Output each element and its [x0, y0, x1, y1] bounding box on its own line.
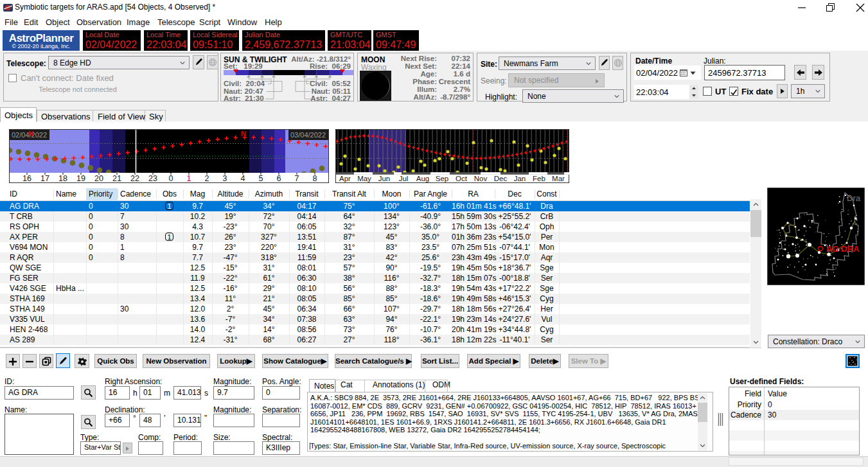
svg-text:03/04/2022: 03/04/2022 [290, 131, 326, 139]
svg-text:18: 18 [58, 174, 67, 183]
svg-text:16: 16 [22, 174, 31, 183]
svg-text:Dec: Dec [494, 175, 508, 182]
svg-text:6: 6 [277, 174, 281, 183]
svg-text:Nov: Nov [474, 175, 488, 182]
svg-text:4: 4 [241, 174, 245, 183]
svg-text:3: 3 [223, 174, 227, 183]
svg-text:Mar: Mar [552, 175, 565, 182]
svg-text:Jun: Jun [378, 175, 391, 182]
svg-text:23: 23 [148, 174, 157, 183]
svg-text:Dra: Dra [847, 193, 861, 203]
svg-text:AG DRA: AG DRA [826, 244, 860, 254]
svg-text:N: N [28, 130, 33, 137]
svg-text:Apr: Apr [339, 175, 351, 182]
svg-text:8: 8 [313, 174, 317, 183]
svg-text:19: 19 [76, 174, 85, 183]
svg-text:2: 2 [205, 174, 209, 183]
svg-text:0: 0 [169, 174, 173, 183]
svg-text:Jan: Jan [514, 175, 526, 182]
svg-text:21: 21 [112, 174, 121, 183]
svg-text:22: 22 [130, 174, 139, 183]
svg-text:7: 7 [295, 174, 299, 183]
svg-text:Aug: Aug [416, 175, 429, 182]
svg-text:Sep: Sep [436, 175, 448, 182]
svg-text:17: 17 [40, 174, 49, 183]
svg-text:1: 1 [187, 174, 191, 183]
svg-text:May: May [357, 175, 371, 182]
svg-text:20: 20 [94, 174, 103, 183]
svg-text:Feb: Feb [533, 175, 545, 182]
svg-text:Oct: Oct [456, 175, 468, 182]
svg-text:N: N [241, 130, 246, 137]
svg-text:Jul: Jul [399, 175, 409, 182]
svg-text:5: 5 [259, 174, 263, 183]
